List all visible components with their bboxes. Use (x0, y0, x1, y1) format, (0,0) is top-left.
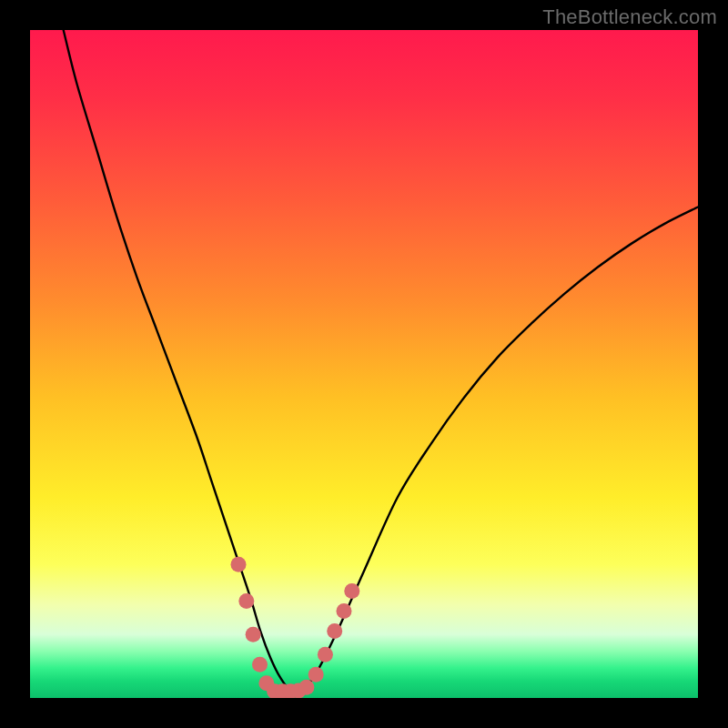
curve-marker (246, 627, 261, 642)
curve-marker (327, 623, 342, 639)
curve-marker (238, 593, 254, 609)
curve-marker (298, 680, 314, 695)
plot-area (30, 30, 698, 698)
chart-stage: TheBottleneck.com (0, 0, 728, 728)
curve-marker (252, 657, 268, 672)
watermark-text: TheBottleneck.com (542, 5, 717, 29)
curve-marker (308, 667, 324, 682)
curve-marker (344, 583, 359, 599)
curve-path (64, 30, 698, 691)
curve-marker (336, 603, 351, 619)
curve-marker (231, 557, 247, 572)
bottleneck-curve (30, 30, 698, 698)
curve-marker (318, 647, 333, 662)
marker-group (231, 557, 360, 698)
